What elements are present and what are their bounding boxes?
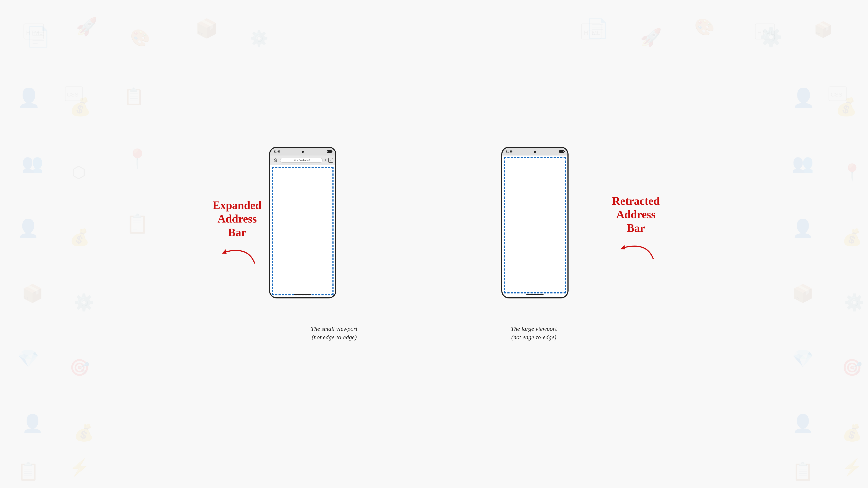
home-icon[interactable] — [272, 157, 278, 163]
status-bar-retracted: 11:45 — [502, 148, 567, 156]
expanded-arrow — [215, 241, 259, 267]
address-bar-expanded[interactable]: https://web.dev/ + 5 — [270, 156, 335, 165]
camera-dot-expanded — [302, 151, 304, 153]
expanded-section: Expanded Address Bar 11:45 — [269, 147, 399, 341]
retracted-section: Retracted Address Bar 11:45 — [469, 147, 599, 341]
dashed-border-expanded — [272, 167, 334, 295]
phone-retracted: 11:45 — [501, 147, 568, 298]
viewport-expanded — [270, 165, 335, 297]
caption-expanded: The small viewport (not edge-to-edge) — [311, 324, 358, 341]
phone-bottom-retracted — [526, 294, 544, 295]
main-content: Expanded Address Bar 11:45 — [0, 0, 868, 488]
expanded-label: Expanded Address Bar — [213, 199, 261, 268]
status-right-expanded — [327, 150, 332, 153]
caption-retracted: The large viewport (not edge-to-edge) — [511, 324, 557, 341]
dashed-border-retracted — [504, 157, 566, 293]
url-input[interactable]: https://web.dev/ — [280, 158, 323, 163]
battery-icon-expanded — [327, 150, 332, 153]
phone-expanded: 11:45 http — [269, 147, 336, 298]
tabs-count-badge[interactable]: 5 — [328, 158, 333, 163]
phone-bottom-expanded — [294, 294, 311, 295]
status-bar-expanded: 11:45 — [270, 148, 335, 156]
retracted-label: Retracted Address Bar — [612, 194, 660, 264]
battery-icon-retracted — [559, 150, 564, 153]
camera-dot-retracted — [534, 151, 536, 153]
add-tab-icon[interactable]: + — [324, 158, 327, 162]
viewport-retracted — [502, 156, 567, 295]
retracted-arrow — [614, 237, 657, 263]
status-right-retracted — [559, 150, 564, 153]
